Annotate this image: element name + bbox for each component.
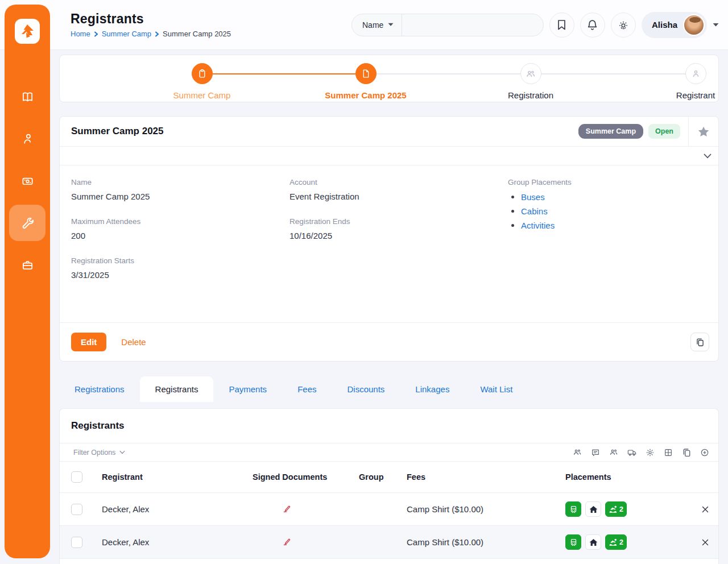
wizard-connector bbox=[531, 73, 696, 74]
circle-plus-icon bbox=[700, 448, 709, 457]
column-header[interactable]: Registrant bbox=[102, 472, 253, 482]
wizard-step-label: Registrant bbox=[676, 90, 715, 100]
sidebar-item-library[interactable] bbox=[9, 76, 46, 118]
tab-linkages[interactable]: Linkages bbox=[400, 376, 465, 402]
wizard-step-label: Registration bbox=[508, 90, 553, 100]
wizard-connector bbox=[202, 73, 366, 74]
star-icon bbox=[697, 126, 710, 138]
select-all-checkbox[interactable] bbox=[71, 471, 82, 483]
column-header[interactable]: Group bbox=[359, 472, 407, 482]
follow-button[interactable] bbox=[689, 126, 718, 138]
placement-link-activities[interactable]: Activities bbox=[521, 221, 555, 230]
table-row[interactable]: Decker, Alex Camp Shirt ($10.00) bbox=[60, 526, 718, 559]
row-checkbox[interactable] bbox=[71, 537, 82, 548]
field-value: 200 bbox=[71, 231, 289, 240]
activities-placement-button[interactable]: 2 bbox=[605, 534, 627, 550]
workflow-button[interactable] bbox=[646, 448, 655, 457]
signed-document-cell[interactable] bbox=[253, 537, 359, 548]
field-value: 10/16/2025 bbox=[289, 231, 508, 240]
search-scope-dropdown[interactable]: Name bbox=[352, 14, 402, 36]
filter-options-toggle[interactable]: Filter Options bbox=[73, 449, 125, 457]
chevron-right-icon bbox=[155, 31, 159, 37]
field-label: Name bbox=[71, 178, 289, 186]
chevron-down-icon bbox=[119, 450, 125, 454]
tab-registrants[interactable]: Registrants bbox=[140, 376, 214, 402]
breadcrumb-home[interactable]: Home bbox=[71, 30, 90, 38]
grid-toolbar bbox=[573, 448, 709, 457]
signature-icon bbox=[282, 504, 291, 513]
column-header[interactable]: Signed Documents bbox=[253, 472, 359, 482]
tab-wait-list[interactable]: Wait List bbox=[465, 376, 528, 402]
column-header[interactable]: Fees bbox=[407, 472, 565, 482]
signature-icon bbox=[282, 537, 291, 546]
avatar bbox=[683, 14, 705, 36]
sidebar-nav bbox=[9, 76, 46, 286]
tab-fees[interactable]: Fees bbox=[282, 376, 332, 402]
remove-registrant-button[interactable] bbox=[692, 539, 718, 546]
activities-placement-button[interactable]: 2 bbox=[605, 501, 627, 517]
user-name: Alisha bbox=[652, 20, 677, 30]
column-header[interactable]: Placements bbox=[565, 472, 692, 482]
row-checkbox[interactable] bbox=[71, 504, 82, 515]
placement-link-buses[interactable]: Buses bbox=[521, 192, 545, 202]
bus-icon bbox=[569, 505, 578, 514]
wizard-step-registrant: Registrant bbox=[627, 55, 728, 100]
sidebar-item-work[interactable] bbox=[9, 244, 46, 286]
merge-people-button[interactable] bbox=[609, 448, 618, 457]
clipboard-icon bbox=[192, 63, 213, 84]
sidebar-item-people[interactable] bbox=[9, 118, 46, 160]
copy-link-button[interactable] bbox=[690, 333, 709, 351]
file-icon bbox=[355, 63, 377, 84]
top-bar: Registrants Home Summer Camp Summer Camp… bbox=[0, 0, 728, 50]
rock-rms-logo[interactable] bbox=[15, 19, 40, 44]
sun-icon bbox=[618, 19, 629, 31]
tab-discounts[interactable]: Discounts bbox=[332, 376, 400, 402]
bookmark-button[interactable] bbox=[549, 13, 574, 38]
grid-title: Registrants bbox=[71, 420, 125, 432]
search-scope-label: Name bbox=[362, 20, 383, 30]
swimmer-icon bbox=[609, 538, 618, 546]
detail-actions: Edit Delete bbox=[60, 322, 718, 361]
signed-document-cell[interactable] bbox=[253, 504, 359, 515]
placement-link-cabins[interactable]: Cabins bbox=[521, 206, 548, 216]
communicate-button[interactable] bbox=[591, 448, 600, 457]
cabin-placement-button[interactable] bbox=[585, 501, 601, 517]
banknote-icon bbox=[9, 163, 46, 199]
add-button[interactable] bbox=[700, 448, 709, 457]
merge-template-button[interactable] bbox=[682, 448, 691, 457]
placement-count: 2 bbox=[619, 505, 623, 513]
tab-registrations[interactable]: Registrations bbox=[59, 376, 140, 402]
collapse-strip[interactable] bbox=[60, 147, 718, 165]
wizard-step-summer-camp-2025[interactable]: Summer Camp 2025 bbox=[297, 55, 434, 100]
notifications-button[interactable] bbox=[580, 13, 605, 38]
bus-placement-button[interactable] bbox=[565, 534, 581, 550]
table-row[interactable]: Decker, Alex Camp Shirt ($10.00) bbox=[60, 493, 718, 526]
registration-instance-detail: Summer Camp 2025 Summer Camp Open Name bbox=[59, 116, 719, 362]
bulk-update-button[interactable] bbox=[627, 448, 636, 457]
user-menu[interactable]: Alisha bbox=[642, 12, 707, 38]
tab-payments[interactable]: Payments bbox=[213, 376, 282, 402]
export-button[interactable] bbox=[664, 448, 673, 457]
home-icon bbox=[589, 505, 598, 513]
wizard-step-summer-camp[interactable]: Summer Camp bbox=[134, 55, 270, 100]
search-input[interactable] bbox=[402, 14, 543, 36]
breadcrumb-summer-camp[interactable]: Summer Camp bbox=[102, 30, 151, 38]
swimmer-icon bbox=[609, 505, 618, 513]
table-icon bbox=[664, 448, 673, 457]
sidebar-item-tools[interactable] bbox=[9, 202, 46, 244]
field-label: Registration Ends bbox=[289, 217, 508, 226]
remove-registrant-button[interactable] bbox=[692, 506, 718, 513]
delete-button[interactable]: Delete bbox=[121, 337, 146, 347]
cabin-placement-button[interactable] bbox=[585, 534, 601, 550]
edit-button[interactable]: Edit bbox=[71, 333, 106, 351]
theme-toggle-button[interactable] bbox=[611, 13, 636, 38]
sidebar-item-finance[interactable] bbox=[9, 160, 46, 202]
placements-cell: 2 bbox=[565, 534, 692, 550]
user-menu-caret[interactable] bbox=[713, 23, 719, 27]
group-placement-button[interactable] bbox=[573, 448, 582, 457]
user-icon bbox=[685, 63, 706, 84]
placement-count: 2 bbox=[619, 538, 623, 546]
wrench-icon bbox=[9, 205, 46, 241]
copy-icon bbox=[696, 338, 704, 347]
bus-placement-button[interactable] bbox=[565, 501, 581, 517]
